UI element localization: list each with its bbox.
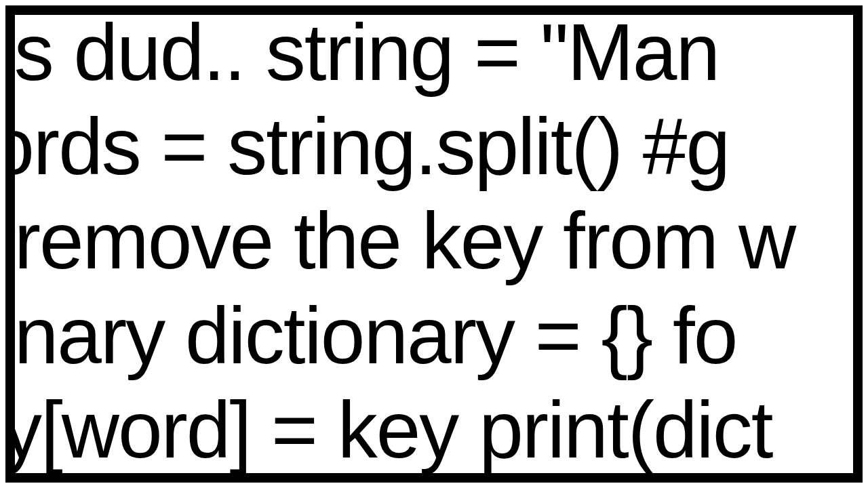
code-line-4: tionary dictionary = {} fo: [5, 289, 863, 383]
code-line-2: words = string.split() #g: [5, 100, 863, 194]
code-line-1: this dud.. string = "Man: [5, 5, 863, 100]
code-snippet-frame: this dud.. string = "Man words = string.…: [5, 5, 863, 483]
code-line-5: ary[word] = key print(dict: [5, 383, 863, 477]
code-text-block: this dud.. string = "Man words = string.…: [5, 5, 863, 477]
code-line-3: l #remove the key from w: [5, 194, 863, 288]
